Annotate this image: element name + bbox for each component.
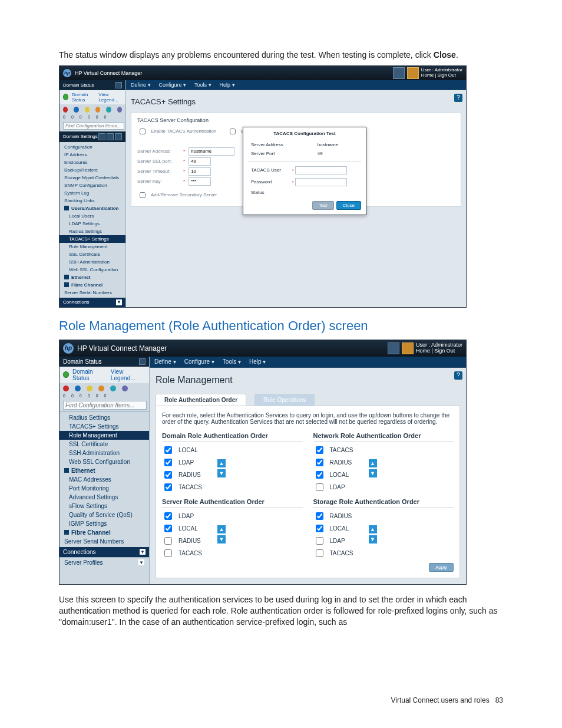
sidebar-item[interactable]: Server Serial Numbers	[59, 537, 149, 546]
tab-role-auth-order[interactable]: Role Authentication Order	[156, 394, 246, 406]
menu-define[interactable]: Define ▾	[131, 82, 151, 88]
help-icon[interactable]: ?	[454, 94, 462, 102]
collapse-icon[interactable]	[139, 358, 146, 365]
move-up-button[interactable]: ▲	[217, 459, 226, 467]
domain-status-link[interactable]: Domain Status	[72, 92, 95, 103]
help-icon[interactable]: ?	[454, 371, 462, 380]
auth-service-checkbox[interactable]	[164, 459, 172, 466]
key-input[interactable]	[189, 177, 211, 186]
tacacs-password-input[interactable]	[295, 178, 347, 186]
sidebar-item[interactable]: Radius Settings	[59, 413, 149, 422]
collapse-icon[interactable]	[115, 82, 122, 88]
server-address-input[interactable]	[189, 147, 234, 156]
auth-service-checkbox[interactable]	[316, 549, 323, 557]
menu-tools[interactable]: Tools ▾	[194, 82, 211, 88]
sidebar-item[interactable]: Local Users	[59, 212, 125, 220]
timeout-input[interactable]	[189, 167, 211, 176]
move-down-button[interactable]: ▼	[217, 469, 226, 477]
sidebar-item[interactable]: Backup/Restore	[59, 166, 125, 174]
move-down-button[interactable]: ▼	[369, 469, 377, 477]
sidebar-item[interactable]: Users/Authentication	[59, 205, 125, 212]
menu-help[interactable]: Help ▾	[249, 358, 266, 365]
sidebar-item[interactable]: IP Address	[59, 151, 125, 159]
auth-service-checkbox[interactable]	[164, 512, 172, 520]
auth-service-checkbox[interactable]	[316, 446, 323, 454]
menu-configure[interactable]: Configure ▾	[184, 358, 214, 365]
sidebar-item[interactable]: Configuration	[59, 143, 125, 151]
move-up-button[interactable]: ▲	[217, 525, 226, 533]
sidebar-item[interactable]: LDAP Settings	[59, 220, 125, 228]
sidebar-item[interactable]: Advanced Settings	[59, 493, 149, 502]
view-legend-link[interactable]: View Legend...	[98, 92, 122, 103]
move-down-button[interactable]: ▼	[369, 535, 377, 543]
sidebar-item[interactable]: Ethernet	[59, 274, 125, 281]
close-button[interactable]: Close	[336, 201, 361, 210]
sidebar-item[interactable]: Web SSL Configuration	[59, 457, 149, 466]
sidebar-item[interactable]: Server Serial Numbers	[59, 289, 125, 297]
auth-service-checkbox[interactable]	[316, 537, 323, 545]
sidebar-item[interactable]: SSL Certificate	[59, 251, 125, 258]
find-input-2[interactable]	[63, 401, 147, 410]
enable-auth-checkbox[interactable]	[140, 129, 146, 134]
domain-settings-header[interactable]: Domain Settings	[59, 131, 125, 142]
auth-service-checkbox[interactable]	[164, 446, 172, 454]
ssl-port-input[interactable]	[189, 157, 211, 166]
sidebar-item[interactable]: sFlow Settings	[59, 502, 149, 510]
auth-service-checkbox[interactable]	[316, 525, 323, 532]
auth-service-checkbox[interactable]	[164, 483, 172, 491]
apply-button[interactable]: Apply	[429, 563, 454, 572]
sidebar-item[interactable]: Enclosures	[59, 159, 125, 166]
domain-status-header[interactable]: Domain Status	[59, 80, 125, 90]
sidebar-item[interactable]: TACACS+ Settings	[59, 235, 125, 243]
menu-tools[interactable]: Tools ▾	[223, 358, 241, 365]
auth-service-checkbox[interactable]	[164, 525, 172, 532]
sidebar-item[interactable]: SNMP Configuration	[59, 182, 125, 189]
sidebar-item[interactable]: Ethernet	[59, 466, 149, 475]
sidebar-item[interactable]: System Log	[59, 189, 125, 197]
sidebar-item[interactable]: Radius Settings	[59, 228, 125, 235]
connections-header[interactable]: Connections ▼	[59, 298, 125, 307]
enable-log-checkbox[interactable]	[230, 129, 236, 134]
domain-status-header-2[interactable]: Domain Status	[59, 357, 149, 367]
sidebar-item-server-profiles[interactable]: Server Profiles	[64, 559, 103, 566]
menu-configure[interactable]: Configure ▾	[159, 82, 187, 88]
user-links[interactable]: Home | Sign Out	[421, 73, 462, 78]
chevron-down-icon[interactable]: ▼	[140, 549, 146, 555]
sidebar-item[interactable]: Port Monitoring	[59, 484, 149, 493]
find-input[interactable]	[63, 122, 124, 130]
menu-help[interactable]: Help ▾	[220, 82, 235, 88]
sidebar-item[interactable]: SSH Administration	[59, 449, 149, 457]
auth-service-checkbox[interactable]	[316, 483, 323, 491]
sidebar-item[interactable]: Role Management	[59, 431, 149, 440]
sidebar-item[interactable]: Role Management	[59, 243, 125, 251]
tab-role-operations[interactable]: Role Operations	[254, 394, 315, 406]
sidebar-item[interactable]: SSH Administration	[59, 258, 125, 266]
view-legend-link[interactable]: View Legend...	[111, 368, 146, 381]
move-down-button[interactable]: ▼	[217, 535, 226, 543]
chevron-down-icon[interactable]: ▼	[116, 299, 122, 305]
tacacs-user-input[interactable]	[295, 166, 347, 174]
user-links[interactable]: Home | Sign Out	[416, 348, 462, 354]
domain-status-link[interactable]: Domain Status	[72, 368, 107, 381]
chevron-down-icon[interactable]: ▼	[138, 559, 144, 565]
auth-service-checkbox[interactable]	[316, 471, 323, 479]
secondary-server-checkbox[interactable]	[140, 192, 146, 198]
auth-service-checkbox[interactable]	[164, 471, 172, 479]
menu-define[interactable]: Define ▾	[154, 358, 176, 365]
auth-service-checkbox[interactable]	[164, 537, 172, 545]
auth-service-checkbox[interactable]	[316, 512, 323, 520]
auth-service-checkbox[interactable]	[316, 459, 323, 466]
sidebar-item[interactable]: Web SSL Configuration	[59, 266, 125, 274]
move-up-button[interactable]: ▲	[369, 525, 377, 533]
sidebar-item[interactable]: SSL Certificate	[59, 440, 149, 449]
sidebar-item[interactable]: Stacking Links	[59, 197, 125, 205]
move-up-button[interactable]: ▲	[369, 459, 377, 467]
sidebar-item[interactable]: Quality of Service (QoS)	[59, 510, 149, 519]
sidebar-item[interactable]: TACACS+ Settings	[59, 422, 149, 431]
test-button[interactable]: Test	[312, 201, 334, 210]
auth-service-checkbox[interactable]	[164, 549, 172, 557]
sidebar-item[interactable]: IGMP Settings	[59, 519, 149, 528]
sidebar-item[interactable]: Fibre Channel	[59, 281, 125, 289]
sidebar-item[interactable]: Storage Mgmt Credentials	[59, 174, 125, 182]
connections-header-2[interactable]: Connections ▼	[59, 547, 149, 557]
